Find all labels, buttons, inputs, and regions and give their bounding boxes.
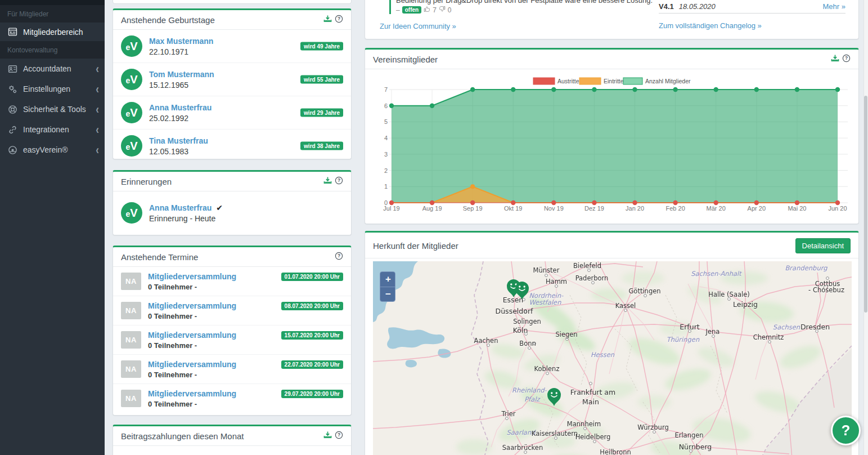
sidebar-item-easyverein-[interactable]: easyVerein®‹ — [0, 140, 105, 160]
id-card-icon — [7, 64, 17, 74]
idea-quote: Bedienung per Drag&Drop direkt von der F… — [389, 0, 672, 14]
life-ring-icon — [7, 104, 17, 114]
status-badge: offen — [402, 6, 421, 14]
scrollbar-thumb[interactable] — [864, 96, 867, 313]
member-name-link[interactable]: Tom Mustermann — [149, 70, 214, 79]
event-list-item: NAMitgliederversammlung0 Teilnehmer -22.… — [113, 354, 351, 383]
map-city-label: Siegen — [555, 331, 577, 338]
full-changelog-link[interactable]: Zum vollständigen Changelog » — [659, 21, 845, 30]
svg-text:Nov 19: Nov 19 — [544, 205, 564, 212]
map-city-label: - Chóśebuz — [808, 286, 844, 294]
sidebar-item-accountdaten[interactable]: Accountdaten‹ — [0, 59, 105, 79]
member-name-link[interactable]: Anna Musterfrau — [149, 203, 212, 212]
svg-text:5: 5 — [384, 118, 388, 125]
map-zoom-control: + − — [380, 271, 395, 302]
svg-text:Sep 19: Sep 19 — [463, 205, 483, 212]
event-avatar: NA — [121, 390, 141, 407]
map-city-label: Göttingen — [628, 287, 660, 295]
map-city-label: Mannheim — [567, 420, 601, 428]
event-avatar: NA — [121, 273, 141, 290]
sidebar: Für Mitglieder Mitgliederbereich Kontove… — [0, 0, 105, 455]
reminder-list-item: eVAnna Musterfrau✔Erinnerung - Heute — [113, 191, 351, 234]
svg-text:Anzahl Mitglieder: Anzahl Mitglieder — [645, 78, 691, 84]
download-icon[interactable] — [323, 431, 332, 441]
member-avatar[interactable]: eV — [121, 202, 142, 224]
link-icon — [7, 124, 17, 135]
likes-count: 7 — [433, 6, 437, 14]
sidebar-item-integrationen[interactable]: Integrationen‹ — [0, 119, 105, 140]
map-city-label: Heilbronn — [600, 448, 631, 455]
zoom-out-button[interactable]: − — [380, 287, 395, 301]
svg-text:2: 2 — [384, 167, 388, 174]
card-map: Herkunft der Mitglieder Detailansicht Mü… — [365, 231, 859, 455]
map-city-label: Heidelberg — [575, 433, 611, 441]
member-avatar[interactable]: eV — [121, 135, 142, 157]
event-title-link[interactable]: Mitgliederversammlung — [148, 272, 236, 281]
event-date-badge: 01.07.2020 20:00 Uhr — [281, 273, 343, 281]
map-city-label: Solingen — [513, 318, 541, 325]
detail-view-button[interactable]: Detailansicht — [795, 238, 851, 253]
map-city-label: Erlangen — [674, 431, 703, 439]
member-avatar[interactable]: eV — [121, 35, 142, 57]
card-cut-top — [113, 0, 352, 4]
event-list-item: NAMitgliederversammlung0 Teilnehmer -15.… — [113, 325, 351, 354]
svg-text:3: 3 — [384, 151, 388, 158]
member-name-link[interactable]: Tina Musterfrau — [149, 136, 208, 145]
thumbs-up-icon[interactable] — [424, 6, 430, 14]
svg-text:Okt 19: Okt 19 — [504, 205, 522, 212]
sidebar-item-sicherheit-tools[interactable]: Sicherheit & Tools‹ — [0, 99, 105, 119]
map-city-label: Chemnitz — [753, 333, 784, 341]
zoom-in-button[interactable]: + — [380, 272, 395, 287]
help-icon[interactable]: ? — [335, 176, 343, 187]
member-avatar[interactable]: eV — [121, 69, 142, 90]
svg-text:?: ? — [338, 177, 340, 183]
svg-text:Jul 19: Jul 19 — [383, 205, 399, 212]
map-region-label: Hessen — [591, 351, 614, 359]
chevron-left-icon: ‹ — [96, 63, 99, 75]
help-icon[interactable]: ? — [335, 252, 343, 262]
download-icon[interactable] — [831, 54, 839, 65]
more-link[interactable]: Mehr » — [823, 2, 845, 11]
card-title: Anstehende Geburtstage — [121, 15, 215, 25]
map-region-label: Westfalen — [529, 298, 561, 306]
age-badge: wird 55 Jahre — [300, 75, 343, 84]
event-participants: 0 Teilnehmer - — [148, 400, 236, 408]
quote-dash: – — [396, 6, 400, 14]
members-origin-map[interactable]: MünsterBielefeldPaderbornHammNordrhein-W… — [373, 261, 852, 455]
logo-icon — [7, 145, 17, 155]
ideas-community-link[interactable]: Zur Ideen Community » — [380, 22, 456, 30]
help-icon[interactable]: ? — [842, 54, 851, 65]
sidebar-item-label: easyVerein® — [23, 145, 68, 154]
check-icon[interactable]: ✔ — [216, 203, 223, 212]
help-fab-label: ? — [842, 422, 851, 439]
help-icon[interactable]: ? — [335, 431, 343, 441]
event-title-link[interactable]: Mitgliederversammlung — [148, 301, 236, 310]
map-city-label: Nürnberg — [679, 443, 712, 451]
download-icon[interactable] — [323, 176, 332, 187]
download-icon[interactable] — [323, 15, 332, 25]
sidebar-item-einstellungen[interactable]: Einstellungen‹ — [0, 79, 105, 99]
help-fab-button[interactable]: ? — [831, 416, 861, 445]
thumbs-down-icon[interactable] — [439, 6, 446, 14]
map-city-label: Koblenz — [534, 365, 560, 373]
sidebar-item-label: Integrationen — [23, 125, 69, 134]
map-city-label: Köln — [513, 326, 528, 334]
age-badge: wird 49 Jahre — [300, 42, 343, 51]
event-title-link[interactable]: Mitgliederversammlung — [148, 389, 236, 398]
map-region-label: Pfalz — [524, 395, 539, 403]
svg-text:Jun 20: Jun 20 — [828, 205, 847, 212]
version-number: V4.1 — [659, 2, 674, 11]
sidebar-item-mitgliederbereich[interactable]: Mitgliederbereich — [0, 23, 105, 41]
event-title-link[interactable]: Mitgliederversammlung — [148, 360, 236, 369]
event-title-link[interactable]: Mitgliederversammlung — [148, 331, 236, 340]
map-city-label: Hamm — [546, 278, 567, 286]
member-name-link[interactable]: Max Mustermann — [149, 37, 213, 46]
member-name-link[interactable]: Anna Musterfrau — [149, 103, 212, 112]
member-avatar[interactable]: eV — [121, 102, 142, 123]
scrollbar[interactable] — [863, 0, 868, 455]
map-region-label: Rheinland- — [512, 386, 547, 394]
birthdate: 15.12.1965 — [149, 81, 214, 90]
sidebar-item-label: Sicherheit & Tools — [23, 105, 86, 114]
help-icon[interactable]: ? — [335, 15, 343, 25]
card-events: Anstehende Termine ? NAMitgliederversamm… — [113, 246, 352, 416]
